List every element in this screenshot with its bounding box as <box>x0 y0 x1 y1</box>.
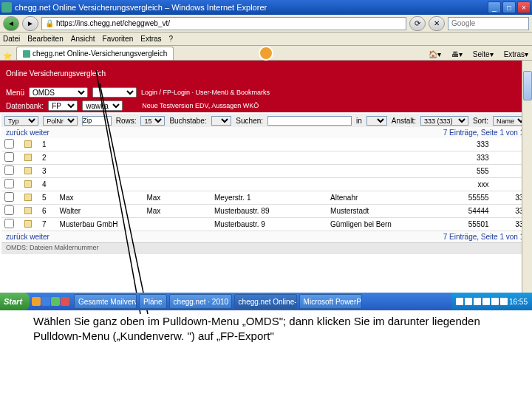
zip-input[interactable] <box>82 116 112 126</box>
row-icon[interactable] <box>21 205 39 218</box>
row-checkbox[interactable] <box>1 165 21 178</box>
cell: 333 <box>434 151 492 165</box>
polnr-select[interactable]: PolNr <box>43 116 77 126</box>
maximize-button[interactable]: □ <box>502 1 516 13</box>
main-menu-select-2[interactable] <box>92 87 137 98</box>
menu-help[interactable]: ? <box>169 35 174 43</box>
taskbar-button[interactable]: Gesamte Mailverwalt… <box>74 294 137 309</box>
in-label: in <box>356 117 362 125</box>
address-bar[interactable]: 🔒 https://ins.chegg.net/cheggweb_vt/ <box>41 17 406 30</box>
table-row[interactable]: 1333 <box>1 138 531 151</box>
row-checkbox[interactable] <box>1 218 21 231</box>
cell <box>327 178 434 191</box>
db-select-1[interactable]: FP <box>48 100 78 111</box>
table-row[interactable]: 6WalterMaxMusterbaustr. 89Musterstadt544… <box>1 205 531 218</box>
table-row[interactable]: 3555 <box>1 165 531 178</box>
taskbar-button[interactable]: Microsoft PowerPoint … <box>299 294 362 309</box>
menu-favoriten[interactable]: Favoriten <box>103 35 134 43</box>
db-select-2[interactable]: wawka <box>82 100 123 111</box>
quicklaunch-icon[interactable] <box>32 297 41 306</box>
row-checkbox[interactable] <box>1 138 21 151</box>
tray-icon[interactable] <box>456 298 463 305</box>
app-logo <box>259 46 273 61</box>
quicklaunch-icon[interactable] <box>61 297 69 306</box>
quicklaunch-icon[interactable] <box>41 297 50 306</box>
close-button[interactable]: × <box>517 1 531 13</box>
page-button[interactable]: Seite▾ <box>469 49 497 60</box>
search-field[interactable] <box>267 116 352 126</box>
taskbar-button[interactable]: Pläne <box>139 294 167 309</box>
row-checkbox[interactable] <box>1 191 21 205</box>
login-links[interactable]: Login / FP-Login · User-Menü & Bookmarks <box>141 89 270 96</box>
cell <box>143 138 211 151</box>
cell: Max <box>143 191 211 205</box>
vertical-scrollbar[interactable] <box>522 61 532 293</box>
nav-toolbar: ◄ ► 🔒 https://ins.chegg.net/cheggweb_vt/… <box>0 15 532 33</box>
main-menu-select[interactable]: OMDS <box>29 87 88 98</box>
tray-icon[interactable] <box>465 298 472 305</box>
menu-bearbeiten[interactable]: Bearbeiten <box>27 35 63 43</box>
cell: 54444 <box>434 205 492 218</box>
rows-select[interactable]: 15 <box>140 116 165 126</box>
pager-nav-bottom[interactable]: zurück weiter <box>6 233 50 241</box>
row-checkbox[interactable] <box>1 151 21 165</box>
row-icon[interactable] <box>21 178 39 191</box>
refresh-button[interactable]: ⟳ <box>409 16 426 31</box>
clock[interactable]: 16:55 <box>509 298 528 306</box>
instruction-caption: Wählen Sie ganz oben im Pulldown-Menu „O… <box>33 314 506 343</box>
tools-button[interactable]: Extras▾ <box>500 49 532 60</box>
row-icon[interactable] <box>21 138 39 151</box>
in-select[interactable] <box>366 116 387 126</box>
table-row[interactable]: 7Musterbau GmbHMusterbaustr. 9Gümligen b… <box>1 218 531 231</box>
row-icon[interactable] <box>21 191 39 205</box>
cell: Altenahr <box>327 191 434 205</box>
row-icon[interactable] <box>21 165 39 178</box>
tray-icon[interactable] <box>482 298 490 305</box>
type-select[interactable]: Typ <box>4 116 38 126</box>
filter-bar: Typ PolNr Rows: 15 Buchstabe: Suchen: in… <box>1 114 531 127</box>
cell <box>57 165 144 178</box>
tray-icon[interactable] <box>474 298 481 305</box>
favorites-icon[interactable]: ⭐ <box>0 52 15 60</box>
letter-select[interactable] <box>211 116 232 126</box>
tab-favicon <box>23 50 30 58</box>
home-button[interactable]: 🏠▾ <box>425 49 445 60</box>
cell <box>327 151 434 165</box>
row-icon[interactable] <box>21 151 39 165</box>
browser-tab[interactable]: chegg.net Online-Versicherungsvergleich <box>16 47 174 60</box>
table-row[interactable]: 2333 <box>1 151 531 165</box>
system-tray: 16:55 <box>451 293 532 310</box>
letter-label: Buchstabe: <box>169 117 206 125</box>
pager-nav[interactable]: zurück weiter <box>6 129 50 137</box>
menu-ansicht[interactable]: Ansicht <box>71 35 95 43</box>
print-button[interactable]: 🖶▾ <box>448 49 466 60</box>
scrollbar-thumb[interactable] <box>523 71 532 100</box>
back-button[interactable]: ◄ <box>3 16 19 31</box>
tray-icon[interactable] <box>491 298 499 305</box>
row-checkbox[interactable] <box>1 178 21 191</box>
search-input[interactable] <box>448 17 529 30</box>
cell <box>211 151 327 165</box>
menu-extras[interactable]: Extras <box>140 35 161 43</box>
window-title: chegg.net Online Versicherungsvergleich … <box>15 3 488 12</box>
start-button[interactable]: Start <box>0 293 30 310</box>
db-note: Neue Testversion EDV, Aussagen WKÖ <box>142 102 259 109</box>
quicklaunch-icon[interactable] <box>51 297 60 306</box>
cell <box>143 165 211 178</box>
tray-icon[interactable] <box>500 298 508 305</box>
window-titlebar: chegg.net Online Versicherungsvergleich … <box>0 0 532 15</box>
table-row[interactable]: 5MaxMaxMeyerstr. 1Altenahr55555333 <box>1 191 531 205</box>
content-footer: OMDS: Dateien Maklernummer <box>1 242 531 254</box>
taskbar-button[interactable]: chegg.net Online-Ve… <box>234 294 297 309</box>
anstalt-select[interactable]: 333 (333) <box>420 116 468 126</box>
taskbar-button[interactable]: chegg.net · 2010 … <box>169 294 232 309</box>
menu-datei[interactable]: Datei <box>3 35 20 43</box>
minimize-button[interactable]: _ <box>488 1 501 13</box>
row-icon[interactable] <box>21 218 39 231</box>
cell <box>143 178 211 191</box>
forward-button[interactable]: ► <box>22 16 38 31</box>
row-checkbox[interactable] <box>1 205 21 218</box>
cell: 55501 <box>434 218 492 231</box>
stop-button[interactable]: ✕ <box>429 16 445 31</box>
table-row[interactable]: 4xxx <box>1 178 531 191</box>
